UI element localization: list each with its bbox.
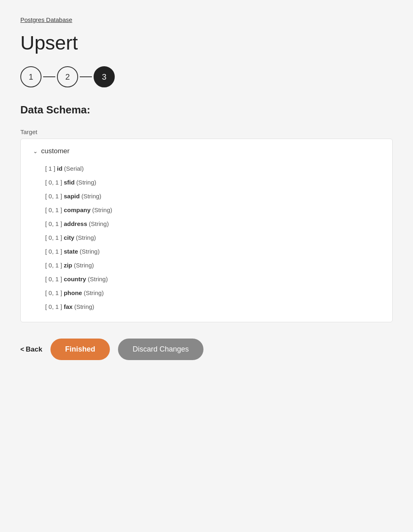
- schema-group-header[interactable]: ⌄ customer: [33, 147, 380, 155]
- schema-fields: [ 1 ] id (Serial)[ 0, 1 ] sfid (String)[…: [33, 162, 380, 314]
- field-name: sapid: [64, 191, 80, 201]
- field-range: [ 0, 1 ]: [45, 191, 62, 201]
- field-type: (String): [81, 191, 101, 201]
- schema-field-fax: [ 0, 1 ] fax (String): [33, 300, 380, 314]
- page-title: Upsert: [20, 32, 393, 54]
- field-type: (String): [74, 302, 94, 312]
- schema-field-address: [ 0, 1 ] address (String): [33, 217, 380, 231]
- field-type: (String): [80, 247, 100, 256]
- schema-box: ⌄ customer [ 1 ] id (Serial)[ 0, 1 ] sfi…: [20, 139, 393, 322]
- schema-field-city: [ 0, 1 ] city (String): [33, 231, 380, 245]
- schema-field-phone: [ 0, 1 ] phone (String): [33, 286, 380, 300]
- field-range: [ 1 ]: [45, 164, 55, 174]
- field-type: (String): [76, 178, 96, 187]
- chevron-down-icon: ⌄: [33, 148, 38, 154]
- field-type: (String): [89, 219, 109, 229]
- step-3[interactable]: 3: [94, 66, 115, 87]
- field-range: [ 0, 1 ]: [45, 205, 62, 215]
- schema-field-state: [ 0, 1 ] state (String): [33, 245, 380, 258]
- group-name: customer: [41, 147, 70, 155]
- step-connector-1: [43, 76, 55, 77]
- field-name: country: [64, 274, 86, 284]
- schema-field-sapid: [ 0, 1 ] sapid (String): [33, 189, 380, 203]
- breadcrumb-link[interactable]: Postgres Database: [20, 16, 72, 23]
- field-range: [ 0, 1 ]: [45, 233, 62, 243]
- field-type: (String): [74, 261, 94, 270]
- field-name: company: [64, 205, 91, 215]
- field-range: [ 0, 1 ]: [45, 302, 62, 312]
- field-range: [ 0, 1 ]: [45, 274, 62, 284]
- field-range: [ 0, 1 ]: [45, 219, 62, 229]
- field-type: (String): [88, 274, 108, 284]
- step-2[interactable]: 2: [57, 66, 78, 87]
- field-range: [ 0, 1 ]: [45, 261, 62, 270]
- section-title: Data Schema:: [20, 104, 393, 116]
- field-type: (Serial): [64, 164, 83, 174]
- field-name: fax: [64, 302, 73, 312]
- field-name: sfid: [64, 178, 75, 187]
- schema-field-sfid: [ 0, 1 ] sfid (String): [33, 176, 380, 189]
- schema-field-id: [ 1 ] id (Serial): [33, 162, 380, 176]
- finished-button[interactable]: Finished: [50, 339, 110, 360]
- target-label: Target: [20, 128, 393, 135]
- step-connector-2: [80, 76, 92, 77]
- back-button[interactable]: < Back: [20, 345, 42, 354]
- schema-field-country: [ 0, 1 ] country (String): [33, 272, 380, 286]
- back-chevron-icon: <: [20, 346, 24, 353]
- schema-field-zip: [ 0, 1 ] zip (String): [33, 258, 380, 272]
- step-1[interactable]: 1: [20, 66, 42, 87]
- schema-field-company: [ 0, 1 ] company (String): [33, 203, 380, 217]
- field-type: (String): [84, 288, 104, 298]
- field-range: [ 0, 1 ]: [45, 288, 62, 298]
- discard-changes-button[interactable]: Discard Changes: [118, 339, 203, 360]
- field-name: state: [64, 247, 78, 256]
- field-range: [ 0, 1 ]: [45, 178, 62, 187]
- field-name: zip: [64, 261, 72, 270]
- field-type: (String): [92, 205, 112, 215]
- field-type: (String): [76, 233, 96, 243]
- field-range: [ 0, 1 ]: [45, 247, 62, 256]
- field-name: id: [57, 164, 62, 174]
- footer-actions: < Back Finished Discard Changes: [20, 339, 393, 360]
- field-name: phone: [64, 288, 82, 298]
- field-name: address: [64, 219, 87, 229]
- steps-indicator: 1 2 3: [20, 66, 393, 87]
- field-name: city: [64, 233, 74, 243]
